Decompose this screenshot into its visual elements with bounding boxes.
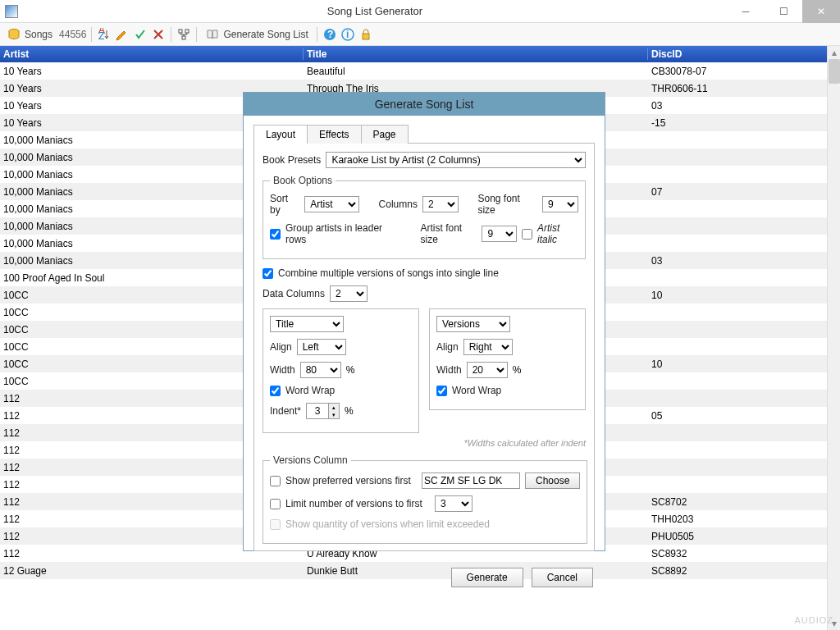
col2-align-select[interactable]: Right [463, 339, 513, 355]
maximize-button[interactable]: ☐ [765, 0, 802, 23]
svg-text:Z: Z [98, 30, 104, 41]
svg-rect-4 [185, 30, 189, 33]
artist-font-select[interactable]: 9 [482, 226, 517, 242]
data-columns-label: Data Columns [262, 288, 325, 299]
col1-align-label: Align [270, 341, 292, 353]
versions-column-fieldset: Versions Column Show preferred versions … [262, 454, 587, 544]
col1-align-select[interactable]: Left [297, 339, 346, 355]
generate-songlist-button[interactable]: Generate Song List [202, 25, 311, 43]
svg-text:i: i [346, 29, 349, 40]
close-button[interactable]: ✕ [802, 0, 840, 23]
separator [196, 27, 197, 42]
header-artist[interactable]: Artist [0, 48, 304, 60]
songs-label: Songs [25, 29, 52, 40]
header-title[interactable]: Title [304, 48, 648, 60]
sort-by-select[interactable]: Artist [304, 196, 359, 212]
minimize-button[interactable]: ─ [727, 0, 765, 23]
preferred-versions-input[interactable] [422, 472, 520, 489]
table-row[interactable]: 10 YearsBeautifulCB30078-07 [0, 62, 840, 80]
book-options-legend: Book Options [270, 175, 336, 186]
combine-versions-label: Combine multiple versions of songs into … [278, 267, 499, 279]
separator [317, 27, 317, 42]
separator [91, 27, 92, 42]
show-preferred-label: Show preferred versions first [285, 475, 417, 486]
data-column-1: Title AlignLeft Width80% Word Wrap Inden… [262, 308, 419, 433]
svg-rect-10 [363, 34, 369, 39]
columns-select[interactable]: 2 [422, 196, 459, 212]
book-icon [205, 27, 220, 42]
delete-icon[interactable] [151, 27, 166, 42]
scroll-up-icon[interactable]: ▴ [828, 46, 840, 59]
tab-content-layout: Book Presets Karaoke List by Artist (2 C… [253, 144, 595, 551]
generate-dialog: Generate Song List Layout Effects Page B… [243, 92, 605, 551]
col2-wrap-checkbox[interactable] [436, 386, 447, 396]
col1-indent-spinner[interactable]: ▴▾ [306, 403, 340, 419]
book-presets-select[interactable]: Karaoke List by Artist (2 Columns) [326, 152, 586, 168]
toolbar: Songs 44556 AZ Generate Song List ? i [0, 23, 840, 46]
limit-versions-select[interactable]: 3 [435, 495, 472, 512]
song-font-label: Song font size [477, 193, 536, 216]
separator [171, 27, 171, 42]
watermark: AUDIOZ [794, 615, 833, 625]
cancel-button[interactable]: Cancel [532, 568, 593, 587]
data-columns-select[interactable]: 2 [330, 285, 368, 302]
combine-versions-checkbox[interactable] [262, 268, 273, 279]
svg-rect-5 [182, 36, 185, 39]
tab-layout[interactable]: Layout [253, 125, 308, 144]
header-discid[interactable]: DiscID [648, 48, 840, 60]
show-qty-checkbox [270, 519, 281, 530]
data-column-2: Versions AlignRight Width20% Word Wrap [429, 308, 586, 410]
show-qty-label: Show quantity of versions when limit exc… [285, 518, 490, 530]
show-preferred-checkbox[interactable] [270, 476, 281, 486]
dialog-title: Generate Song List [244, 93, 605, 116]
book-presets-label: Book Presets [262, 154, 321, 166]
song-font-select[interactable]: 9 [542, 196, 578, 212]
tab-effects[interactable]: Effects [307, 125, 361, 144]
tree-icon[interactable] [176, 27, 191, 42]
info-icon[interactable]: i [340, 27, 355, 42]
group-artists-checkbox[interactable] [270, 229, 281, 240]
col1-width-select[interactable]: 80 [300, 362, 341, 378]
window-buttons: ─ ☐ ✕ [727, 0, 840, 23]
col2-wrap-label: Word Wrap [452, 385, 501, 396]
limit-versions-label: Limit number of versions to first [285, 498, 430, 509]
indent-hint: *Widths calculated after indent [262, 438, 586, 448]
database-icon [7, 27, 21, 42]
scroll-thumb[interactable] [829, 59, 840, 84]
col1-wrap-checkbox[interactable] [270, 386, 281, 396]
dialog-tabs: Layout Effects Page [253, 124, 595, 144]
choose-button[interactable]: Choose [525, 472, 580, 489]
col1-indent-label: Indent* [270, 405, 301, 417]
col2-field-select[interactable]: Versions [436, 316, 510, 332]
versions-legend: Versions Column [270, 454, 351, 466]
edit-icon[interactable] [115, 27, 130, 42]
col1-field-select[interactable]: Title [270, 316, 344, 332]
svg-text:?: ? [327, 29, 333, 40]
group-artists-label: Group artists in leader rows [285, 222, 395, 245]
limit-versions-checkbox[interactable] [270, 499, 281, 509]
col1-width-label: Width [270, 364, 295, 376]
svg-rect-3 [179, 30, 182, 33]
artist-italic-label: Artist italic [537, 222, 578, 245]
col2-width-select[interactable]: 20 [467, 362, 508, 378]
help-icon[interactable]: ? [322, 27, 337, 42]
vertical-scrollbar[interactable]: ▴ ▾ [827, 46, 840, 630]
check-icon[interactable] [133, 27, 148, 42]
titlebar: Song List Generator ─ ☐ ✕ [0, 0, 840, 23]
table-header: Artist Title DiscID [0, 46, 840, 62]
songs-count: 44556 [59, 29, 86, 40]
book-options-fieldset: Book Options Sort by Artist Columns 2 So… [262, 175, 586, 259]
window-title: Song List Generator [23, 5, 727, 17]
generate-button[interactable]: Generate [451, 568, 523, 587]
songs-button[interactable]: Songs [3, 25, 56, 43]
artist-italic-checkbox[interactable] [522, 229, 532, 240]
col1-wrap-label: Word Wrap [285, 385, 335, 396]
dialog-buttons: Generate Cancel [244, 559, 605, 596]
columns-label: Columns [379, 199, 418, 210]
tab-page[interactable]: Page [361, 125, 409, 144]
lock-icon[interactable] [358, 27, 373, 42]
artist-font-label: Artist font size [420, 222, 477, 245]
generate-label: Generate Song List [223, 29, 308, 40]
col2-width-label: Width [436, 364, 462, 376]
sort-az-icon[interactable]: AZ [97, 27, 112, 42]
